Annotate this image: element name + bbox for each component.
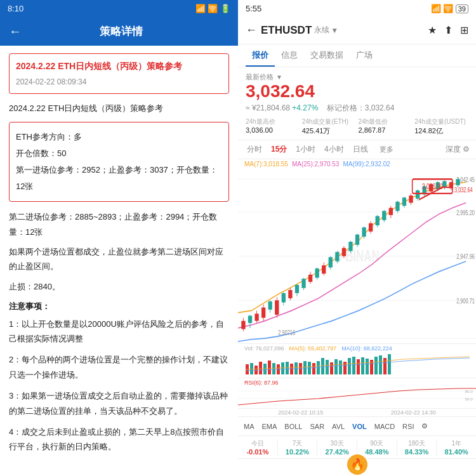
- svg-rect-42: [342, 248, 346, 256]
- price-main: 3,032.64: [246, 82, 468, 102]
- svg-rect-113: [383, 358, 387, 374]
- left-header: ← 策略详情: [0, 17, 238, 46]
- chart-tab-4h[interactable]: 4小时: [322, 143, 347, 156]
- svg-rect-12: [241, 321, 245, 329]
- grid-icon[interactable]: ⊞: [460, 24, 468, 36]
- indicator-avl[interactable]: AVL: [330, 422, 347, 431]
- price-change: +4.27%: [292, 103, 318, 112]
- tab-trade-data[interactable]: 交易数据: [304, 44, 350, 67]
- svg-rect-108: [361, 357, 364, 374]
- chart-depth-tab[interactable]: 深度 ⚙: [446, 144, 470, 155]
- pair-dropdown-icon[interactable]: ▼: [331, 26, 338, 35]
- svg-text:80.0: 80.0: [465, 389, 473, 393]
- vol-section: Vol: 76,027,096 MA(5): 55,402,797 MA(10)…: [238, 343, 476, 378]
- direction-line: ETH参考方向：多: [16, 129, 222, 145]
- indicator-boll[interactable]: BOLL: [282, 422, 304, 431]
- svg-rect-97: [312, 363, 315, 374]
- indicator-sar[interactable]: SAR: [308, 422, 326, 431]
- svg-rect-94: [299, 363, 302, 374]
- header-icons: ★ ⬆ ⊞: [428, 24, 468, 36]
- notes-section: 注意事项： 1：以上开仓数量是以20000U账户评估风险之后的参考，自己根据实际…: [9, 299, 229, 454]
- svg-text:2,90716: 2,90716: [278, 328, 295, 336]
- chart-tab-day[interactable]: 日线: [350, 143, 371, 156]
- entry1-line: 第一进场位参考：2952；止盈参考：3037；开仓数量：12张: [16, 162, 222, 195]
- indicator-settings[interactable]: ⚙: [420, 421, 430, 431]
- indicator-ema[interactable]: EMA: [260, 422, 279, 431]
- svg-rect-85: [259, 362, 262, 374]
- left-back-button[interactable]: ←: [9, 24, 22, 39]
- tab-info[interactable]: 信息: [275, 44, 304, 67]
- svg-rect-109: [366, 359, 369, 374]
- svg-text:3,036.00: 3,036.00: [422, 182, 443, 190]
- vol-ma10: MA(10): 68,622,224: [341, 345, 392, 352]
- svg-rect-22: [275, 300, 279, 315]
- right-panel: 5:55 📶 🛜 39 ← ETHUSDT 永续 ▼ ★ ⬆ ⊞ 报价 信息 交…: [238, 0, 476, 476]
- left-content: 2024.2.22 ETH日内短线（丙级）策略参考 2024-02-22 08:…: [0, 46, 238, 476]
- high-24h: 24h最高价 3,036.00: [246, 117, 300, 136]
- svg-rect-32: [308, 275, 312, 282]
- price-dropdown-icon[interactable]: ▼: [276, 74, 282, 81]
- ma25-label: MA(25):2,970.53: [292, 161, 340, 168]
- ma99-label: MA(99):2,932.02: [343, 161, 390, 168]
- fire-button[interactable]: 🔥: [347, 454, 367, 475]
- svg-rect-46: [355, 234, 359, 244]
- svg-rect-101: [330, 362, 333, 374]
- ma7-label: MA(7):3,018.55: [244, 161, 288, 168]
- svg-rect-50: [369, 223, 373, 232]
- indicator-rsi[interactable]: RSI: [400, 422, 416, 431]
- right-back-button[interactable]: ←: [246, 23, 257, 37]
- strategy-main-title: 2024.2.22 ETH日内短线（丙级）策略参考: [16, 59, 222, 74]
- right-header: ← ETHUSDT 永续 ▼ ★ ⬆ ⊞: [238, 17, 476, 44]
- svg-rect-38: [329, 257, 333, 267]
- svg-rect-34: [315, 268, 319, 278]
- svg-rect-76: [456, 179, 459, 185]
- left-status-bar: 8:10 📶 🛜 🔋: [0, 0, 238, 17]
- svg-rect-103: [339, 360, 342, 374]
- date-left: 2024-02-22 10:15: [278, 409, 323, 416]
- if-both-text: 如果两个进场位置都成交，止盈位就参考第二进场区间对应的止盈区间。: [9, 244, 229, 274]
- svg-rect-62: [409, 195, 413, 202]
- chart-tab-fen[interactable]: 分时: [244, 143, 265, 156]
- svg-rect-88: [272, 363, 275, 374]
- rsi-label: RSI(6): 87.96: [238, 378, 476, 387]
- svg-rect-72: [442, 181, 446, 187]
- svg-rect-90: [281, 362, 284, 374]
- svg-rect-14: [248, 315, 252, 322]
- note-2: 2：每个品种的两个进场位置是一个完整的操作计划，不建议只选一个操作进场。: [9, 352, 229, 382]
- pct-180d: 180天 84.33%: [397, 439, 437, 456]
- svg-rect-58: [395, 202, 399, 211]
- right-signals: 📶 🛜 39: [431, 4, 468, 13]
- strategy-date: 2024-02-22 08:09:34: [16, 76, 222, 88]
- entry2-text: 第二进场位参考：2885~2893；止盈参考：2994；开仓数量：12张: [9, 209, 229, 239]
- chart-tab-15[interactable]: 15分: [268, 143, 289, 156]
- stoploss-text: 止损：2840。: [9, 279, 229, 294]
- indicator-ma[interactable]: MA: [242, 422, 256, 431]
- svg-rect-100: [326, 360, 329, 374]
- chart-tab-more[interactable]: 更多: [377, 143, 396, 155]
- left-panel: 8:10 📶 🛜 🔋 ← 策略详情 2024.2.22 ETH日内短线（丙级）策…: [0, 0, 238, 476]
- indicator-macd[interactable]: MACD: [373, 422, 397, 431]
- svg-text:2,947.96: 2,947.96: [456, 253, 475, 261]
- main-tabs: 报价 信息 交易数据 广场: [238, 44, 476, 67]
- tab-plaza[interactable]: 广场: [350, 44, 379, 67]
- vol-value: Vol: 76,027,096: [244, 345, 284, 352]
- bottom-bar: 🔥: [238, 458, 476, 476]
- svg-rect-52: [376, 216, 380, 225]
- svg-rect-114: [388, 354, 391, 374]
- vol-label: Vol: 76,027,096 MA(5): 55,402,797 MA(10)…: [244, 344, 470, 352]
- price-tag: 标记价格：3,032.64: [327, 103, 395, 112]
- svg-rect-48: [362, 227, 366, 237]
- vol-chart: [244, 352, 470, 374]
- svg-rect-40: [335, 252, 339, 261]
- indicator-vol[interactable]: VOL: [350, 422, 369, 431]
- strategy-content-box: ETH参考方向：多 开仓倍数：50 第一进场位参考：2952；止盈参考：3037…: [9, 122, 229, 202]
- chart-tab-1h[interactable]: 1小时: [293, 143, 318, 156]
- price-cny: ≈ ¥21,804.68: [246, 103, 290, 112]
- share-icon[interactable]: ⬆: [444, 24, 453, 36]
- svg-rect-64: [416, 190, 420, 199]
- svg-rect-44: [348, 242, 352, 251]
- tab-quote[interactable]: 报价: [246, 44, 275, 67]
- chart-area: ◇ BINAN 3,042.45 2,995.20 2,947.96 2,900…: [238, 169, 476, 343]
- svg-rect-86: [263, 364, 267, 374]
- favorite-icon[interactable]: ★: [428, 24, 437, 36]
